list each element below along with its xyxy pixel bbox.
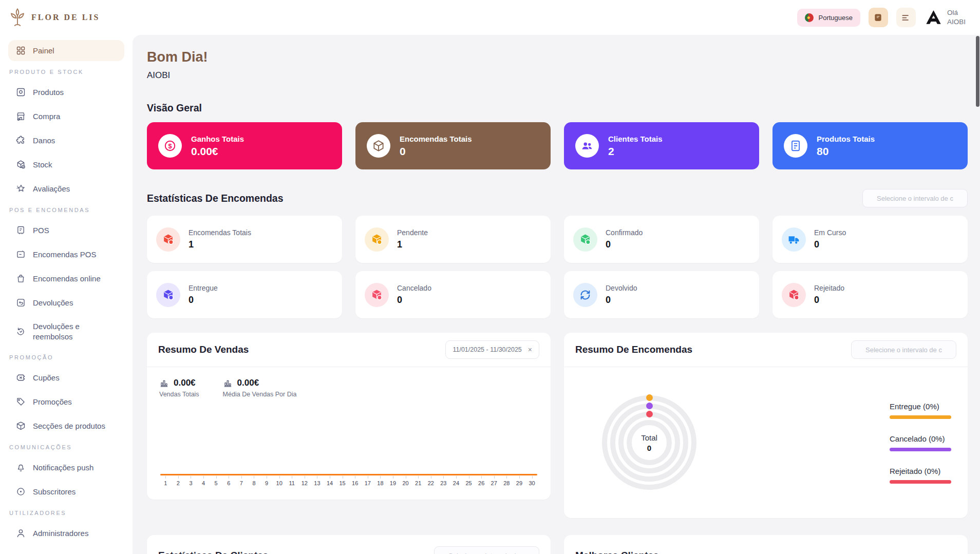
user-menu[interactable]: Olá AIOBI: [924, 8, 966, 27]
sidebar-item[interactable]: Secções de produtos: [8, 415, 124, 436]
customer-stats-date-range-input[interactable]: [434, 546, 539, 554]
order-stat-icon-circle: [782, 283, 806, 307]
order-stat-cards: Encomendas Totais 1 Pendente 1 Confirmad…: [147, 216, 968, 318]
legend-color-bar: [890, 415, 951, 419]
sidebar-item[interactable]: Danos: [8, 130, 124, 151]
sidebar-section: PROMOÇÃO Cupões Promoções Secções de pro…: [8, 354, 124, 436]
sales-date-range-value: 11/01/2025 - 11/30/2025: [453, 346, 521, 353]
sidebar-item-label: Encomendas online: [33, 274, 101, 284]
page-scrollbar-thumb[interactable]: [976, 36, 979, 107]
overview-card: Encomendas Totais 0: [355, 122, 551, 169]
x-axis-label: 21: [412, 480, 425, 486]
sections-box-icon: [15, 421, 26, 431]
sidebar-item[interactable]: Produtos: [8, 82, 124, 103]
donut-legend: Entregue (0%) Cancelado (0%) Rejeitado (…: [890, 402, 951, 484]
box-delivered-icon: [162, 289, 175, 301]
sidebar-section: PRODUTO E STOCK Produtos Compra Danos St…: [8, 69, 124, 199]
orders-summary-date-range-input[interactable]: [851, 340, 956, 359]
order-stat-icon-circle: [365, 283, 389, 307]
order-stat-label: Em Curso: [814, 228, 846, 237]
menu-lines-icon: [900, 12, 911, 23]
sidebar-section-label: PRODUTO E STOCK: [9, 69, 124, 75]
sidebar-section: COMUNICAÇÕES Notificações push Subscrito…: [8, 444, 124, 502]
legend-item: Entregue (0%): [890, 402, 951, 419]
sidebar-item-label: Painel: [33, 46, 54, 56]
language-selector[interactable]: Portuguese: [797, 9, 860, 27]
order-stat-label: Entregue: [189, 284, 218, 292]
sales-date-range[interactable]: 11/01/2025 - 11/30/2025 ×: [445, 340, 539, 359]
clear-date-icon[interactable]: ×: [528, 346, 532, 353]
order-stat-label: Confirmado: [606, 228, 643, 237]
sidebar-item[interactable]: Cupões: [8, 367, 124, 388]
overview-cards: Ganhos Totais 0.00€ Encomendas Totais 0 …: [147, 122, 968, 169]
sales-line-chart: 1 2 3 4 5 6 7 8 9 10 11 12 13 14 15 16 1…: [159, 474, 538, 486]
receipt-icon: [789, 139, 802, 152]
brand[interactable]: FLOR DE LIS: [7, 7, 100, 28]
sidebar-section: Painel: [8, 40, 124, 61]
x-axis-label: 24: [450, 480, 463, 486]
overview-card-label: Produtos Totais: [817, 135, 875, 143]
x-axis-label: 12: [298, 480, 311, 486]
sidebar-item-label: Encomendas POS: [33, 250, 96, 260]
x-axis-label: 5: [210, 480, 222, 486]
aiobi-logo: [924, 8, 943, 27]
x-axis-label: 17: [362, 480, 374, 486]
chart-bars-icon: [223, 378, 233, 388]
sidebar-section-label: UTILIZADORES: [9, 510, 124, 516]
sidebar-item-label: Avaliações: [33, 184, 70, 194]
sidebar-sections: Painel PRODUTO E STOCK Produtos Compra D…: [8, 40, 124, 544]
sidebar-item[interactable]: Notificações push: [8, 457, 124, 478]
order-stat-card: Encomendas Totais 1: [147, 216, 342, 263]
sales-stats: 0.00€ Vendas Totais 0.00€ Média De Venda…: [159, 378, 538, 398]
sidebar-section-label: PROMOÇÃO: [9, 354, 124, 360]
order-stat-icon-circle: [573, 227, 597, 252]
sidebar-item[interactable]: Devoluções: [8, 292, 124, 313]
sidebar-item[interactable]: Devoluções e reembolsos: [8, 316, 124, 347]
x-axis-label: 26: [475, 480, 488, 486]
sidebar-item[interactable]: Promoções: [8, 391, 124, 412]
greeting-username: AIOBI: [947, 17, 966, 27]
x-axis-label: 1: [159, 480, 172, 486]
x-axis-label: 20: [399, 480, 412, 486]
x-axis-label: 16: [349, 480, 362, 486]
order-stat-value: 0: [606, 295, 637, 305]
x-axis-label: 11: [286, 480, 298, 486]
x-axis-label: 22: [424, 480, 437, 486]
sidebar-item[interactable]: Encomendas POS: [8, 244, 124, 265]
sidebar-section-items: Produtos Compra Danos Stock Avaliações: [8, 82, 124, 199]
sidebar-item[interactable]: Administradores: [8, 523, 124, 544]
coupon-ticket-icon: [15, 372, 26, 383]
sidebar-item[interactable]: Encomendas online: [8, 268, 124, 289]
orders-donut-chart: Total 0: [602, 395, 696, 490]
best-customers-title: Melhores Clientes: [575, 550, 659, 554]
order-stat-value: 1: [397, 239, 428, 250]
order-stat-icon-circle: [573, 283, 597, 307]
language-label: Portuguese: [818, 14, 853, 22]
order-stat-value: 0: [814, 295, 844, 305]
order-stat-value: 0: [189, 295, 218, 305]
sidebar-item[interactable]: Compra: [8, 106, 124, 127]
x-axis-label: 2: [172, 480, 185, 486]
customer-stats-title: Estatísticas De Clientes: [158, 550, 268, 554]
sidebar-item[interactable]: Avaliações: [8, 178, 124, 199]
x-axis-label: 4: [197, 480, 210, 486]
menu-lines-button[interactable]: [896, 8, 916, 27]
main-content: Bom Dia! AIOBI Visão Geral Ganhos Totais…: [133, 35, 980, 554]
order-stats-date-range-input[interactable]: [862, 189, 968, 207]
sidebar-section-items: POS Encomendas POS Encomendas online Dev…: [8, 220, 124, 347]
shopping-bag-icon: [15, 273, 26, 284]
x-axis-label: 19: [387, 480, 400, 486]
sidebar-item[interactable]: POS: [8, 220, 124, 241]
donut-total-label: Total: [641, 433, 657, 442]
fleur-de-lis-logo-icon: [7, 7, 28, 28]
sidebar-item[interactable]: Painel: [8, 40, 124, 61]
sidebar-item[interactable]: Subscritores: [8, 481, 124, 502]
brand-name: FLOR DE LIS: [31, 13, 100, 22]
tickets-button[interactable]: [869, 8, 888, 27]
legend-label: Entregue (0%): [890, 402, 951, 411]
overview-title: Visão Geral: [147, 102, 202, 114]
sidebar-item[interactable]: Stock: [8, 154, 124, 175]
star-icon: [15, 183, 26, 194]
order-stat-card: Devolvido 0: [564, 271, 759, 318]
portugal-flag-icon: [805, 13, 814, 22]
